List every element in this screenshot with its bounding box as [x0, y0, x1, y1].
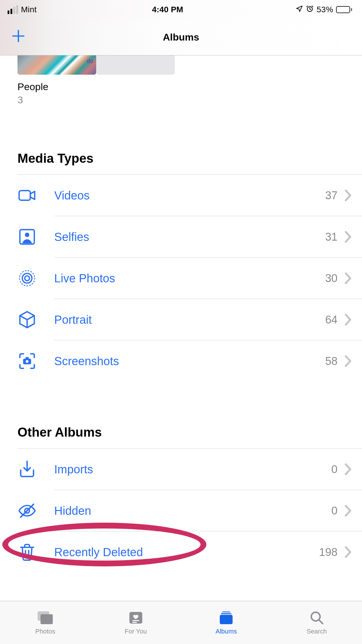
row-count: 0: [331, 505, 338, 517]
row-live-photos[interactable]: Live Photos 30: [0, 258, 362, 299]
row-count: 0: [331, 463, 338, 476]
row-count: 64: [325, 314, 338, 326]
people-thumbnail: [17, 55, 96, 75]
selfie-icon: [17, 227, 37, 246]
row-label: Imports: [54, 463, 331, 476]
row-imports[interactable]: Imports 0: [0, 449, 362, 490]
people-thumbnail-empty: [96, 55, 175, 75]
tab-label: Photos: [35, 628, 55, 635]
video-icon: [17, 186, 37, 205]
content-area[interactable]: People 3 Media Types Videos 37 Selfies 3…: [0, 55, 362, 601]
status-bar: Mint 4:40 PM 53%: [0, 0, 362, 19]
trash-icon: [17, 542, 37, 562]
tab-for-you[interactable]: For You: [91, 601, 181, 644]
row-label: Recently Deleted: [54, 546, 319, 559]
svg-point-3: [25, 233, 29, 237]
import-icon: [17, 460, 37, 479]
add-album-button[interactable]: [11, 29, 26, 46]
row-count: 31: [325, 231, 338, 243]
page-title: Albums: [163, 32, 199, 43]
row-hidden[interactable]: Hidden 0: [0, 490, 362, 531]
svg-point-5: [22, 274, 32, 283]
svg-rect-16: [222, 611, 230, 612]
svg-rect-17: [221, 613, 231, 614]
albums-tab-icon: [217, 610, 235, 625]
chevron-right-icon: [344, 355, 352, 368]
svg-rect-12: [41, 614, 53, 624]
svg-rect-8: [26, 357, 29, 359]
tab-photos[interactable]: Photos: [0, 601, 91, 644]
row-count: 37: [325, 189, 338, 202]
row-count: 58: [325, 355, 338, 368]
battery-percent: 53%: [317, 5, 333, 14]
row-selfies[interactable]: Selfies 31: [0, 216, 362, 258]
chevron-right-icon: [344, 230, 352, 243]
row-label: Hidden: [54, 504, 331, 517]
chevron-right-icon: [344, 463, 352, 476]
row-screenshots[interactable]: Screenshots 58: [0, 340, 362, 382]
chevron-right-icon: [344, 546, 352, 559]
tab-search[interactable]: Search: [272, 601, 362, 644]
row-label: Videos: [54, 189, 325, 202]
row-portrait[interactable]: Portrait 64: [0, 299, 362, 340]
location-icon: [296, 5, 303, 15]
chevron-right-icon: [344, 272, 352, 285]
portrait-icon: [17, 310, 37, 329]
hidden-icon: [17, 501, 37, 520]
screenshot-icon: [17, 351, 37, 371]
for-you-tab-icon: [127, 610, 145, 625]
album-people[interactable]: People 3: [0, 55, 362, 106]
album-people-count: 3: [17, 94, 362, 106]
svg-rect-15: [132, 622, 137, 623]
svg-point-4: [25, 276, 30, 281]
row-label: Live Photos: [54, 272, 325, 285]
row-count: 30: [325, 272, 338, 285]
tab-label: For You: [125, 628, 147, 635]
tab-label: Search: [307, 628, 327, 635]
alarm-icon: [306, 5, 314, 15]
row-videos[interactable]: Videos 37: [0, 175, 362, 216]
chevron-right-icon: [344, 189, 352, 202]
carrier-label: Mint: [21, 5, 37, 14]
svg-rect-14: [132, 620, 139, 621]
chevron-right-icon: [344, 313, 352, 326]
tab-albums[interactable]: Albums: [181, 601, 272, 644]
row-recently-deleted[interactable]: Recently Deleted 198: [0, 531, 362, 573]
photos-tab-icon: [36, 610, 54, 625]
status-time: 4:40 PM: [152, 5, 183, 14]
section-title-media-types: Media Types: [0, 151, 362, 166]
battery-icon: [336, 6, 352, 13]
cellular-signal-icon: [8, 5, 18, 14]
tab-label: Albums: [216, 628, 237, 635]
svg-rect-18: [220, 615, 233, 624]
tab-bar: Photos For You Albums Search: [0, 601, 362, 644]
row-count: 198: [319, 546, 338, 559]
row-label: Portrait: [54, 313, 325, 326]
live-photos-icon: [17, 269, 37, 288]
svg-rect-1: [19, 191, 31, 200]
nav-bar: Albums: [0, 19, 362, 55]
svg-point-9: [26, 360, 29, 363]
search-tab-icon: [308, 610, 326, 625]
chevron-right-icon: [344, 504, 352, 517]
album-people-label: People: [17, 81, 362, 92]
row-label: Screenshots: [54, 355, 325, 368]
row-label: Selfies: [54, 230, 325, 244]
section-title-other-albums: Other Albums: [0, 425, 362, 440]
